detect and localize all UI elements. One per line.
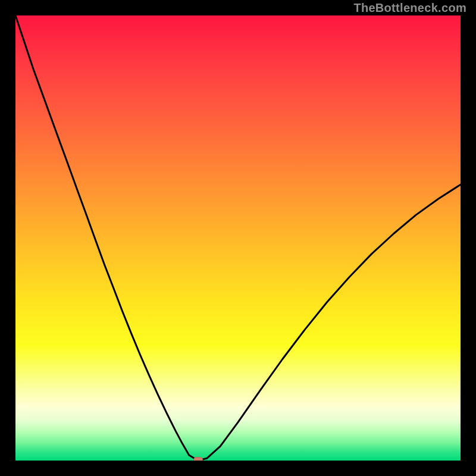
plot-area [15,15,461,461]
watermark-text: TheBottleneck.com [353,1,466,15]
bottleneck-curve [15,15,461,461]
chart-frame: TheBottleneck.com [0,0,476,476]
optimal-point-marker [193,457,203,461]
curve-svg [15,15,461,461]
